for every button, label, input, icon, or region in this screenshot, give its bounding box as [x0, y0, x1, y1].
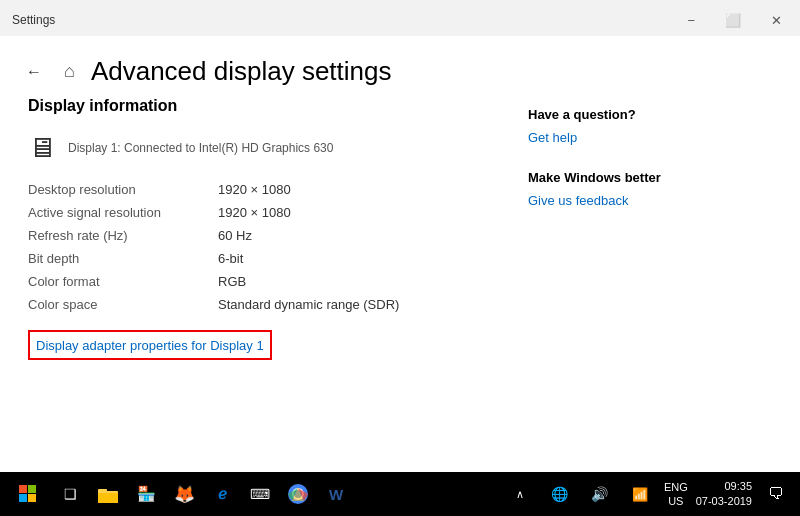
title-bar: Settings − ⬜ ✕: [0, 0, 800, 36]
start-button[interactable]: [8, 474, 48, 514]
monitor-icon: 🖥: [28, 131, 56, 164]
info-label: Color space: [28, 293, 218, 316]
info-label: Bit depth: [28, 247, 218, 270]
chrome-icon[interactable]: [282, 478, 314, 510]
right-column: Have a question? Get help Make Windows b…: [528, 97, 748, 472]
info-value: 60 Hz: [218, 224, 508, 247]
info-label: Refresh rate (Hz): [28, 224, 218, 247]
info-label: Desktop resolution: [28, 178, 218, 201]
help-section: Have a question? Get help: [528, 107, 748, 146]
left-column: Display information 🖥 Display 1: Connect…: [28, 97, 508, 472]
info-label: Color format: [28, 270, 218, 293]
table-row: Color spaceStandard dynamic range (SDR): [28, 293, 508, 316]
page-header: ← ⌂ Advanced display settings: [0, 36, 800, 97]
feedback-section: Make Windows better Give us feedback: [528, 170, 748, 209]
wifi-icon[interactable]: 📶: [624, 478, 656, 510]
restore-button[interactable]: ⬜: [719, 11, 747, 30]
svg-rect-6: [98, 489, 107, 493]
svg-rect-3: [28, 494, 36, 502]
taskbar-left: ❑ 🏪 🦊 ℯ ⌨ W: [8, 474, 352, 514]
svg-rect-0: [19, 485, 27, 493]
table-row: Bit depth6-bit: [28, 247, 508, 270]
title-bar-title: Settings: [12, 13, 55, 27]
table-row: Active signal resolution1920 × 1080: [28, 201, 508, 224]
close-button[interactable]: ✕: [765, 11, 788, 30]
adapter-link[interactable]: Display adapter properties for Display 1: [36, 338, 264, 353]
taskbar-time: 09:35: [696, 479, 752, 494]
svg-rect-1: [28, 485, 36, 493]
input-icon[interactable]: ⌨: [244, 478, 276, 510]
feedback-link[interactable]: Give us feedback: [528, 193, 628, 208]
home-icon[interactable]: ⌂: [64, 61, 75, 82]
title-bar-controls: − ⬜ ✕: [681, 11, 788, 30]
info-value: 6-bit: [218, 247, 508, 270]
title-bar-left: Settings: [12, 13, 55, 27]
info-table: Desktop resolution1920 × 1080Active sign…: [28, 178, 508, 316]
notification-icon[interactable]: 🗨: [760, 478, 792, 510]
language-indicator: ENG US: [664, 480, 688, 509]
word-icon[interactable]: W: [320, 478, 352, 510]
help-heading: Have a question?: [528, 107, 748, 122]
minimize-button[interactable]: −: [681, 11, 701, 30]
main-content: Display information 🖥 Display 1: Connect…: [0, 97, 800, 472]
store-icon[interactable]: 🏪: [130, 478, 162, 510]
feedback-heading: Make Windows better: [528, 170, 748, 185]
table-row: Desktop resolution1920 × 1080: [28, 178, 508, 201]
page-title: Advanced display settings: [91, 56, 392, 87]
section-title: Display information: [28, 97, 508, 115]
svg-rect-2: [19, 494, 27, 502]
info-value: 1920 × 1080: [218, 201, 508, 224]
file-explorer-icon[interactable]: [92, 478, 124, 510]
table-row: Refresh rate (Hz)60 Hz: [28, 224, 508, 247]
taskbar-right: ∧ 🌐 🔊 📶 ENG US 09:35 07-03-2019 🗨: [504, 478, 792, 510]
taskbar: ❑ 🏪 🦊 ℯ ⌨ W: [0, 472, 800, 516]
task-view-icon[interactable]: ❑: [54, 478, 86, 510]
taskbar-clock[interactable]: 09:35 07-03-2019: [696, 479, 752, 510]
content-area: ← ⌂ Advanced display settings Display in…: [0, 36, 800, 472]
firefox-icon[interactable]: 🦊: [168, 478, 200, 510]
taskbar-date: 07-03-2019: [696, 494, 752, 509]
back-button[interactable]: ←: [20, 58, 48, 86]
display-info-header: 🖥 Display 1: Connected to Intel(R) HD Gr…: [28, 131, 508, 164]
volume-icon[interactable]: 🔊: [584, 478, 616, 510]
adapter-link-container: Display adapter properties for Display 1: [28, 330, 272, 360]
get-help-link[interactable]: Get help: [528, 130, 577, 145]
system-tray-expand-icon[interactable]: ∧: [504, 478, 536, 510]
network-icon[interactable]: 🌐: [544, 478, 576, 510]
svg-rect-5: [98, 493, 118, 503]
table-row: Color formatRGB: [28, 270, 508, 293]
info-value: Standard dynamic range (SDR): [218, 293, 508, 316]
info-value: 1920 × 1080: [218, 178, 508, 201]
display-label: Display 1: Connected to Intel(R) HD Grap…: [68, 141, 333, 155]
info-value: RGB: [218, 270, 508, 293]
edge-icon[interactable]: ℯ: [206, 478, 238, 510]
windows-logo-icon: [19, 485, 37, 503]
info-label: Active signal resolution: [28, 201, 218, 224]
